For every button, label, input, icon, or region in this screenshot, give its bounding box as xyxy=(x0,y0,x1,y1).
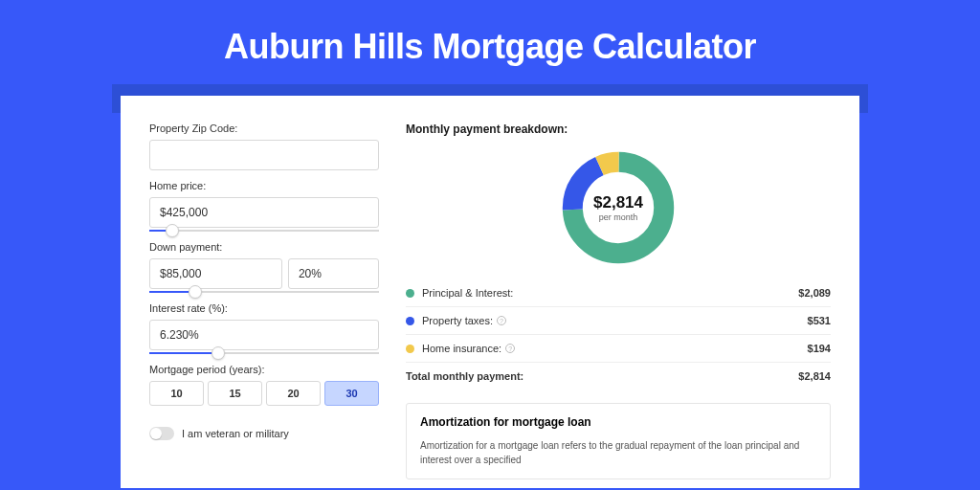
rate-slider[interactable] xyxy=(149,352,379,354)
line-tax-label: Property taxes: xyxy=(422,315,493,326)
donut-chart: $2,814 per month xyxy=(558,147,679,268)
period-15[interactable]: 15 xyxy=(208,381,262,406)
rate-input[interactable] xyxy=(149,320,379,350)
amortization-box: Amortization for mortgage loan Amortizat… xyxy=(406,403,831,479)
calculator-card: Property Zip Code: Home price: Down paym… xyxy=(121,96,859,488)
breakdown-panel: Monthly payment breakdown: $2,814 per mo… xyxy=(406,122,831,488)
line-tax: Property taxes: ? $531 xyxy=(406,307,831,335)
amortization-title: Amortization for mortgage loan xyxy=(420,415,816,429)
line-pi-label: Principal & Interest: xyxy=(422,287,798,299)
dot-pi xyxy=(406,289,414,298)
dot-tax xyxy=(406,317,414,325)
period-20[interactable]: 20 xyxy=(266,381,321,406)
line-ins-value: $194 xyxy=(808,343,831,354)
page-title: Auburn Hills Mortgage Calculator xyxy=(0,0,980,84)
line-pi: Principal & Interest: $2,089 xyxy=(406,279,831,307)
down-slider[interactable] xyxy=(149,291,379,293)
form-panel: Property Zip Code: Home price: Down paym… xyxy=(149,122,379,488)
down-label: Down payment: xyxy=(149,241,379,253)
period-30[interactable]: 30 xyxy=(324,381,379,406)
down-pct-input[interactable] xyxy=(288,258,379,289)
rate-label: Interest rate (%): xyxy=(149,302,379,314)
info-icon[interactable]: ? xyxy=(497,316,506,325)
amortization-text: Amortization for a mortgage loan refers … xyxy=(420,438,816,467)
down-slider-thumb[interactable] xyxy=(189,285,202,299)
price-slider-thumb[interactable] xyxy=(166,224,179,237)
line-ins-label: Home insurance: xyxy=(422,343,501,354)
line-pi-value: $2,089 xyxy=(798,287,831,299)
line-tax-value: $531 xyxy=(808,315,831,326)
down-amount-input[interactable] xyxy=(149,258,282,289)
donut-sub: per month xyxy=(599,212,638,222)
line-total-label: Total monthly payment: xyxy=(406,370,798,382)
line-total: Total monthly payment: $2,814 xyxy=(406,363,831,390)
info-icon[interactable]: ? xyxy=(505,344,515,353)
price-input[interactable] xyxy=(149,197,379,228)
period-10[interactable]: 10 xyxy=(149,381,204,406)
dot-ins xyxy=(406,345,414,353)
veteran-label: I am veteran or military xyxy=(182,428,289,439)
price-slider[interactable] xyxy=(149,230,379,232)
line-ins: Home insurance: ? $194 xyxy=(406,335,831,363)
rate-slider-thumb[interactable] xyxy=(212,346,225,360)
breakdown-title: Monthly payment breakdown: xyxy=(406,122,831,136)
zip-input[interactable] xyxy=(149,140,379,170)
price-label: Home price: xyxy=(149,180,379,191)
line-total-value: $2,814 xyxy=(798,370,831,382)
period-buttons: 10 15 20 30 xyxy=(149,381,379,406)
zip-label: Property Zip Code: xyxy=(149,122,379,134)
period-label: Mortgage period (years): xyxy=(149,364,379,375)
donut-amount: $2,814 xyxy=(593,193,643,212)
veteran-toggle[interactable] xyxy=(149,427,174,440)
